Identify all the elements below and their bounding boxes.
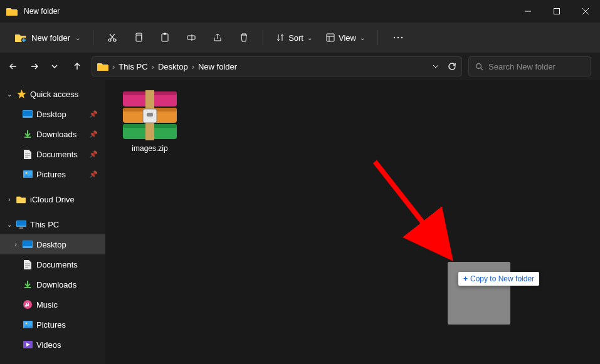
svg-point-3	[113, 39, 116, 41]
search-input[interactable]: Search New folder	[468, 56, 591, 76]
sidebar-item-desktop[interactable]: › Desktop	[0, 234, 105, 254]
svg-point-16	[25, 172, 27, 174]
paste-button[interactable]	[154, 28, 176, 48]
sidebar-item-label: Quick access	[30, 90, 100, 99]
chevron-down-icon: ⌄	[6, 221, 13, 228]
sidebar-item-documents[interactable]: Documents	[0, 254, 105, 274]
nav-row: › This PC › Desktop › New folder Search …	[0, 53, 600, 80]
sidebar-quick-access[interactable]: ⌄ Quick access	[0, 84, 105, 104]
drag-tooltip-text: Copy to New folder	[470, 274, 534, 283]
sidebar-item-label: Documents	[36, 260, 100, 269]
chevron-right-icon: ›	[112, 62, 115, 71]
svg-point-11	[401, 37, 403, 38]
document-icon	[23, 149, 33, 159]
breadcrumb-mid[interactable]: Desktop	[158, 62, 188, 71]
sidebar-item-label: Downloads	[36, 280, 100, 289]
music-icon	[23, 299, 33, 309]
folder-icon	[6, 7, 18, 16]
sidebar-item-pictures[interactable]: Pictures	[0, 315, 105, 335]
minimize-button[interactable]	[513, 0, 542, 23]
arrow-annotation	[362, 155, 463, 268]
chevron-down-icon: ⌄	[6, 91, 13, 98]
svg-rect-21	[23, 241, 32, 246]
sidebar-item-label: Downloads	[36, 130, 85, 139]
breadcrumb-leaf[interactable]: New folder	[198, 62, 237, 71]
sidebar-item-pictures[interactable]: Pictures 📌	[0, 164, 105, 184]
new-folder-label: New folder	[31, 33, 70, 43]
window-controls	[513, 0, 600, 23]
sidebar-item-music[interactable]: Music	[0, 294, 105, 315]
file-name: images.zip	[132, 144, 167, 153]
search-icon	[475, 63, 483, 71]
toolbar: New folder ⌄ Sort ⌄ View ⌄	[0, 23, 600, 53]
desktop-icon	[23, 239, 33, 249]
chevron-down-icon: ⌄	[307, 34, 312, 41]
file-item[interactable]: images.zip	[115, 90, 184, 153]
up-button[interactable]	[73, 62, 85, 71]
refresh-button[interactable]	[448, 62, 456, 71]
svg-rect-7	[187, 36, 195, 39]
sidebar-item-label: Pictures	[36, 320, 100, 330]
separator	[93, 30, 93, 45]
svg-rect-14	[23, 111, 32, 116]
back-button[interactable]	[9, 62, 21, 71]
rename-button[interactable]	[180, 28, 203, 48]
content-area[interactable]: images.zip + Copy to New folder	[105, 80, 600, 364]
view-label: View	[339, 33, 356, 43]
sidebar-this-pc[interactable]: ⌄ This PC	[0, 214, 105, 234]
chevron-right-icon: ›	[192, 62, 194, 71]
sidebar-item-downloads[interactable]: Downloads	[0, 274, 105, 294]
new-folder-icon	[15, 33, 26, 43]
copy-button[interactable]	[127, 28, 150, 48]
more-button[interactable]	[386, 28, 411, 48]
svg-rect-19	[19, 227, 23, 229]
sidebar-item-documents[interactable]: Documents 📌	[0, 144, 105, 164]
address-dropdown[interactable]	[433, 64, 439, 69]
svg-point-2	[108, 39, 111, 41]
pin-icon: 📌	[89, 130, 98, 138]
titlebar: New folder	[0, 0, 600, 23]
forward-button[interactable]	[30, 62, 43, 71]
sort-button[interactable]: Sort ⌄	[271, 28, 317, 48]
sidebar-item-downloads[interactable]: Downloads 📌	[0, 124, 105, 144]
videos-icon	[23, 340, 33, 350]
chevron-down-icon: ⌄	[360, 34, 365, 41]
address-bar[interactable]: › This PC › Desktop › New folder	[92, 56, 462, 76]
chevron-right-icon: ›	[6, 196, 13, 203]
sort-label: Sort	[288, 33, 303, 43]
download-icon	[23, 129, 33, 139]
separator	[263, 30, 263, 45]
sidebar-item-label: Documents	[36, 150, 85, 159]
sidebar-icloud[interactable]: › iCloud Drive	[0, 189, 105, 209]
drag-ghost	[448, 262, 510, 325]
new-folder-button[interactable]: New folder ⌄	[10, 28, 85, 48]
svg-point-12	[476, 63, 482, 68]
sidebar-item-label: Videos	[36, 340, 100, 350]
sidebar-item-desktop[interactable]: Desktop 📌	[0, 104, 105, 124]
chevron-right-icon: ›	[152, 62, 154, 71]
pin-icon: 📌	[89, 110, 98, 118]
share-button[interactable]	[206, 28, 229, 48]
window-title: New folder	[24, 7, 513, 16]
desktop-icon	[23, 109, 33, 119]
svg-rect-18	[17, 221, 26, 226]
download-icon	[23, 279, 33, 289]
sort-icon	[276, 33, 285, 42]
sidebar-item-label: Pictures	[36, 170, 85, 179]
maximize-button[interactable]	[542, 0, 571, 23]
pin-icon: 📌	[89, 170, 98, 179]
svg-rect-5	[162, 34, 168, 41]
cut-button[interactable]	[101, 28, 124, 48]
delete-button[interactable]	[233, 28, 255, 48]
recent-button[interactable]	[51, 64, 64, 69]
breadcrumb-root[interactable]: This PC	[118, 62, 147, 71]
view-button[interactable]: View ⌄	[321, 28, 370, 48]
svg-rect-6	[164, 33, 166, 34]
sidebar-item-videos[interactable]: Videos	[0, 335, 105, 355]
svg-rect-0	[554, 9, 560, 14]
close-button[interactable]	[571, 0, 600, 23]
sidebar-item-label: This PC	[30, 220, 100, 229]
sidebar-item-label: Music	[36, 300, 100, 309]
chevron-down-icon: ⌄	[75, 34, 80, 41]
pictures-icon	[23, 169, 33, 179]
